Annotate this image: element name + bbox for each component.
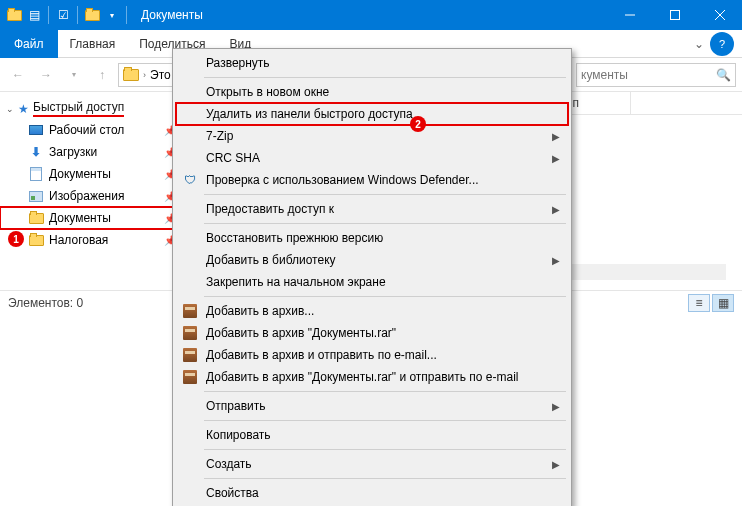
menu-add-to-library[interactable]: Добавить в библиотеку▶ bbox=[176, 249, 568, 271]
checkbox-icon[interactable]: ☑ bbox=[55, 7, 71, 23]
rar-icon bbox=[181, 346, 199, 364]
chevron-right-icon: ▶ bbox=[552, 131, 560, 142]
separator bbox=[204, 194, 566, 195]
chevron-right-icon: ▶ bbox=[552, 255, 560, 266]
desktop-icon bbox=[28, 122, 44, 138]
annotation-badge-2: 2 bbox=[410, 116, 426, 132]
menu-send-to[interactable]: Отправить▶ bbox=[176, 395, 568, 417]
menu-create[interactable]: Создать▶ bbox=[176, 453, 568, 475]
back-button[interactable]: ← bbox=[6, 63, 30, 87]
chevron-right-icon: ▶ bbox=[552, 204, 560, 215]
sidebar-item-downloads[interactable]: ⬇ Загрузки 📌 bbox=[0, 141, 180, 163]
tab-home[interactable]: Главная bbox=[58, 31, 128, 57]
details-view-button[interactable]: ≡ bbox=[688, 294, 710, 312]
menu-open-new-window[interactable]: Открыть в новом окне bbox=[176, 81, 568, 103]
chevron-right-icon: ▶ bbox=[552, 153, 560, 164]
menu-7zip[interactable]: 7-Zip▶ bbox=[176, 125, 568, 147]
quick-access-label: Быстрый доступ bbox=[33, 100, 124, 114]
menu-crc-sha[interactable]: CRC SHA▶ bbox=[176, 147, 568, 169]
svg-rect-1 bbox=[670, 11, 679, 20]
recent-dropdown[interactable]: ▾ bbox=[62, 63, 86, 87]
image-icon bbox=[28, 188, 44, 204]
close-button[interactable] bbox=[697, 0, 742, 30]
window-title: Документы bbox=[135, 8, 607, 22]
download-icon: ⬇ bbox=[28, 144, 44, 160]
sidebar-item-label: Рабочий стол bbox=[49, 123, 124, 137]
search-input[interactable]: кументы 🔍 bbox=[576, 63, 736, 87]
sidebar-item-label: Документы bbox=[49, 167, 111, 181]
sidebar-item-label: Загрузки bbox=[49, 145, 97, 159]
menu-pin-start[interactable]: Закрепить на начальном экране bbox=[176, 271, 568, 293]
minimize-button[interactable] bbox=[607, 0, 652, 30]
sidebar-item-documents[interactable]: Документы 📌 bbox=[0, 163, 180, 185]
menu-remove-quick-access[interactable]: Удалить из панели быстрого доступа bbox=[176, 103, 568, 125]
document-icon bbox=[28, 166, 44, 182]
forward-button[interactable]: → bbox=[34, 63, 58, 87]
chevron-right-icon: › bbox=[143, 70, 146, 80]
sidebar: ⌄ ★ Быстрый доступ Рабочий стол 📌 ⬇ Загр… bbox=[0, 92, 180, 290]
properties-icon[interactable]: ▤ bbox=[26, 7, 42, 23]
sidebar-item-pictures[interactable]: Изображения 📌 bbox=[0, 185, 180, 207]
separator bbox=[204, 296, 566, 297]
folder-icon bbox=[28, 232, 44, 248]
chevron-down-icon: ⌄ bbox=[6, 104, 14, 114]
separator bbox=[204, 449, 566, 450]
menu-copy[interactable]: Копировать bbox=[176, 424, 568, 446]
separator bbox=[204, 391, 566, 392]
rar-icon bbox=[181, 368, 199, 386]
folder-icon bbox=[28, 210, 44, 226]
sidebar-item-label: Налоговая bbox=[49, 233, 108, 247]
menu-add-send-email[interactable]: Добавить в архив и отправить по e-mail..… bbox=[176, 344, 568, 366]
sidebar-item-label: Изображения bbox=[49, 189, 124, 203]
chevron-down-icon[interactable]: ⌄ bbox=[688, 37, 710, 51]
file-tab[interactable]: Файл bbox=[0, 30, 58, 58]
menu-add-named-send-email[interactable]: Добавить в архив "Документы.rar" и отпра… bbox=[176, 366, 568, 388]
titlebar: ▤ ☑ ▾ Документы bbox=[0, 0, 742, 30]
menu-give-access[interactable]: Предоставить доступ к▶ bbox=[176, 198, 568, 220]
annotation-badge-1: 1 bbox=[8, 231, 24, 247]
separator bbox=[77, 6, 78, 24]
folder-icon bbox=[123, 69, 139, 81]
dropdown-icon[interactable]: ▾ bbox=[104, 7, 120, 23]
menu-add-archive-named[interactable]: Добавить в архив "Документы.rar" bbox=[176, 322, 568, 344]
shield-icon: 🛡 bbox=[181, 171, 199, 189]
separator bbox=[204, 478, 566, 479]
icons-view-button[interactable]: ▦ bbox=[712, 294, 734, 312]
up-button[interactable]: ↑ bbox=[90, 63, 114, 87]
folder-icon bbox=[84, 7, 100, 23]
sidebar-item-label: Документы bbox=[49, 211, 111, 225]
sidebar-item-tax-folder[interactable]: Налоговая 📌 bbox=[0, 229, 180, 251]
chevron-right-icon: ▶ bbox=[552, 401, 560, 412]
breadcrumb[interactable]: Это bbox=[150, 68, 171, 82]
help-button[interactable]: ? bbox=[710, 32, 734, 56]
status-item-count: Элементов: 0 bbox=[8, 296, 83, 310]
quick-access-header[interactable]: ⌄ ★ Быстрый доступ bbox=[0, 98, 180, 119]
separator bbox=[204, 77, 566, 78]
menu-properties[interactable]: Свойства bbox=[176, 482, 568, 504]
separator bbox=[126, 6, 127, 24]
context-menu: Развернуть Открыть в новом окне Удалить … bbox=[172, 48, 572, 506]
rar-icon bbox=[181, 302, 199, 320]
star-icon: ★ bbox=[18, 102, 29, 116]
separator bbox=[204, 223, 566, 224]
folder-icon bbox=[6, 7, 22, 23]
sidebar-item-documents-folder[interactable]: Документы 📌 bbox=[0, 207, 180, 229]
menu-restore-previous[interactable]: Восстановить прежнюю версию bbox=[176, 227, 568, 249]
quick-access-toolbar: ▤ ☑ ▾ bbox=[0, 6, 135, 24]
separator bbox=[48, 6, 49, 24]
menu-add-archive[interactable]: Добавить в архив... bbox=[176, 300, 568, 322]
maximize-button[interactable] bbox=[652, 0, 697, 30]
rar-icon bbox=[181, 324, 199, 342]
search-placeholder: кументы bbox=[581, 68, 628, 82]
menu-expand[interactable]: Развернуть bbox=[176, 52, 568, 74]
search-icon: 🔍 bbox=[716, 68, 731, 82]
separator bbox=[204, 420, 566, 421]
sidebar-item-desktop[interactable]: Рабочий стол 📌 bbox=[0, 119, 180, 141]
menu-defender-scan[interactable]: 🛡Проверка с использованием Windows Defen… bbox=[176, 169, 568, 191]
chevron-right-icon: ▶ bbox=[552, 459, 560, 470]
